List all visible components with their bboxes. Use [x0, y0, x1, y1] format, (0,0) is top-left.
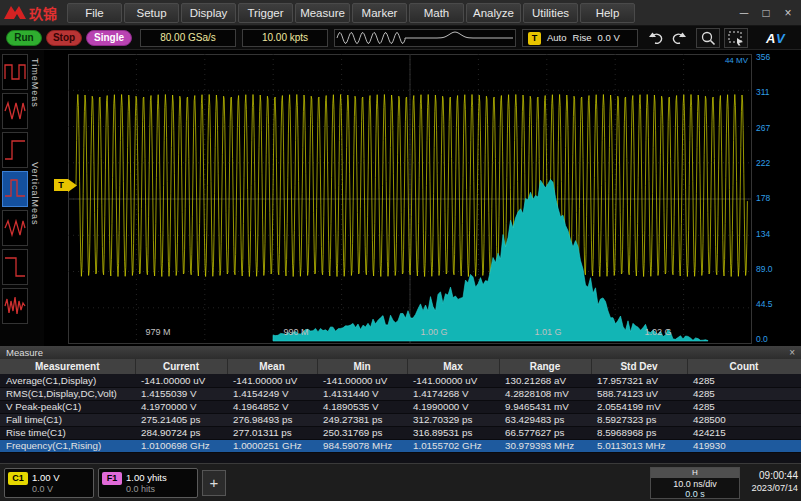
menu-trigger[interactable]: Trigger	[238, 3, 293, 23]
sidebar-thumb-sine-wave[interactable]	[2, 93, 28, 129]
scale-corner-label: 44 MV	[692, 56, 748, 65]
menu-display[interactable]: Display	[181, 3, 236, 23]
menu-marker[interactable]: Marker	[352, 3, 407, 23]
square-wave-icon	[3, 55, 27, 89]
menu-file[interactable]: File	[67, 3, 122, 23]
undo-button[interactable]	[646, 30, 666, 46]
y-axis-label: 89.0	[756, 264, 796, 274]
channel-widget-f1[interactable]: F11.00 yhits0.0 hits	[98, 468, 198, 498]
column-std-dev: Std Dev	[591, 359, 687, 374]
redo-button[interactable]	[668, 30, 688, 46]
menu-math[interactable]: Math	[409, 3, 464, 23]
svg-text:A: A	[765, 31, 775, 46]
trigger-mode: Auto	[547, 30, 567, 46]
horizontal-settings-box[interactable]: H 10.0 ns/div 0.0 s	[650, 467, 740, 499]
y-axis-label: 356	[756, 52, 796, 62]
acquisition-toolbar: Run Stop Single 80.00 GSa/s 10.00 kpts T…	[0, 26, 801, 50]
channel-scale: 1.00 V	[32, 472, 93, 483]
menu-setup[interactable]: Setup	[124, 3, 179, 23]
burst-wave-icon	[3, 289, 27, 323]
y-axis-label: 178	[756, 193, 796, 203]
sample-rate-box[interactable]: 80.00 GSa/s	[140, 29, 236, 47]
window-controls: ─ □ ×	[733, 3, 801, 23]
trigger-level: 0.0 V	[598, 30, 620, 46]
trigger-slope: Rise	[573, 30, 592, 46]
measure-table-header: MeasurementCurrentMeanMinMaxRangeStd Dev…	[0, 359, 801, 374]
zoom-button[interactable]	[696, 28, 720, 48]
channel-offset: 0.0 hits	[126, 484, 197, 494]
menu-measure[interactable]: Measure	[295, 3, 350, 23]
measure-panel-header: Measure ×	[0, 346, 801, 359]
horizontal-label: H	[651, 468, 739, 478]
channel-badge-c1: C1	[8, 472, 28, 485]
measure-row-0[interactable]: Average(C1,Display)-141.00000 uV-141.000…	[0, 374, 801, 387]
single-button[interactable]: Single	[86, 30, 132, 46]
close-icon[interactable]: ×	[777, 3, 799, 23]
sidebar-thumb-fall-edge[interactable]	[2, 249, 28, 285]
stop-button[interactable]: Stop	[46, 30, 82, 46]
y-axis-label: 134	[756, 229, 796, 239]
measure-row-2[interactable]: V Peak-peak(C1)4.1970000 V4.1964852 V4.1…	[0, 400, 801, 413]
waveform-preview-strip[interactable]	[334, 29, 516, 47]
column-mean: Mean	[227, 359, 317, 374]
column-count: Count	[687, 359, 801, 374]
minimize-icon[interactable]: ─	[733, 3, 755, 23]
add-channel-button[interactable]: +	[202, 470, 226, 496]
sidebar-thumb-pulse-wave[interactable]	[2, 171, 28, 207]
plot-svg[interactable]: 979 M990 M1.00 G1.01 G1.02 G	[68, 54, 752, 344]
svg-text:V: V	[776, 31, 786, 46]
fall-edge-icon	[3, 250, 27, 284]
svg-text:1.00 G: 1.00 G	[420, 327, 447, 337]
sidebar-group-verticalmeas[interactable]: VerticalMeas	[30, 162, 40, 226]
record-length-box[interactable]: 10.00 kpts	[242, 29, 328, 47]
measure-row-4[interactable]: Rise time(C1)284.90724 ps277.01311 ps250…	[0, 426, 801, 439]
trigger-settings-box[interactable]: T Auto Rise 0.0 V	[522, 29, 638, 47]
magnifier-icon	[699, 30, 717, 46]
clock-time: 09:00:44	[742, 470, 798, 481]
sidebar-thumb-burst-wave[interactable]	[2, 288, 28, 324]
clock-date: 2023/07/14	[742, 483, 798, 493]
svg-text:1.02 G: 1.02 G	[644, 327, 671, 337]
measurement-sidebar: TimeMeasVerticalMeas	[0, 50, 44, 346]
measure-row-1[interactable]: RMS(C1,Display,DC,Volt)1.4155039 V1.4154…	[0, 387, 801, 400]
oscilloscope-app: 玖锦 FileSetupDisplayTriggerMeasureMarkerM…	[0, 0, 801, 501]
measure-close-icon[interactable]: ×	[789, 346, 795, 359]
svg-text:979 M: 979 M	[145, 327, 170, 337]
measure-row-3[interactable]: Fall time(C1)275.21405 ps276.98493 ps249…	[0, 413, 801, 426]
status-bar: + H 10.0 ns/div 0.0 s 09:00:44 2023/07/1…	[0, 463, 801, 501]
menu-analyze[interactable]: Analyze	[466, 3, 521, 23]
select-region-button[interactable]	[724, 28, 748, 48]
pulse-wave-icon	[3, 172, 27, 206]
trigger-level-tag[interactable]: T	[54, 179, 68, 191]
menu-help[interactable]: Help	[580, 3, 635, 23]
y-axis-label: 0.0	[756, 334, 796, 344]
menu-utilities[interactable]: Utilities	[523, 3, 578, 23]
sidebar-thumb-rise-edge[interactable]	[2, 132, 28, 168]
run-button[interactable]: Run	[6, 30, 42, 46]
clock: 09:00:44 2023/07/14	[742, 470, 798, 493]
rise-edge-icon	[3, 133, 27, 167]
measure-table: MeasurementCurrentMeanMinMaxRangeStd Dev…	[0, 359, 801, 453]
channel-offset: 0.0 V	[32, 484, 93, 494]
sidebar-group-timemeas[interactable]: TimeMeas	[30, 58, 40, 108]
column-measurement: Measurement	[0, 359, 135, 374]
sine-wave2-icon	[3, 211, 27, 245]
dotted-select-icon	[727, 30, 745, 46]
column-min: Min	[317, 359, 407, 374]
sidebar-thumb-square-wave[interactable]	[2, 54, 28, 90]
channel-widget-c1[interactable]: C11.00 V0.0 V	[4, 468, 94, 498]
svg-text:990 M: 990 M	[283, 327, 308, 337]
maximize-icon[interactable]: □	[755, 3, 777, 23]
column-current: Current	[135, 359, 227, 374]
preview-wave-icon	[335, 30, 515, 46]
y-axis-label: 44.5	[756, 299, 796, 309]
waveform-display[interactable]: 979 M990 M1.00 G1.01 G1.02 G 44 MV T 356…	[44, 50, 801, 346]
y-axis-label: 311	[756, 87, 796, 97]
redo-icon	[671, 32, 686, 45]
measure-panel: Measure × MeasurementCurrentMeanMinMaxRa…	[0, 346, 801, 463]
menu-items: FileSetupDisplayTriggerMeasureMarkerMath…	[67, 3, 635, 23]
horizontal-position: 0.0 s	[651, 489, 739, 499]
measure-row-5[interactable]: Frequency(C1,Rising)1.0100698 GHz1.00002…	[0, 439, 801, 452]
y-axis-label: 267	[756, 123, 796, 133]
sidebar-thumb-sine-wave2[interactable]	[2, 210, 28, 246]
